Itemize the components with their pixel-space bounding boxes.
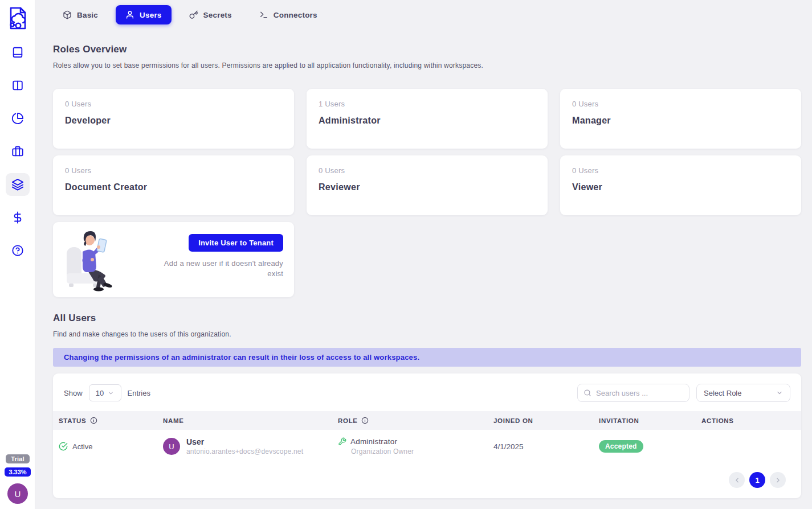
role-name: Document Creator (65, 182, 282, 192)
search-users-box (577, 384, 689, 402)
tab-label: Basic (77, 11, 98, 19)
trial-percent-badge: 3.33% (5, 467, 30, 477)
settings-tabs: Basic Users Secrets Connectors (53, 5, 801, 25)
role-user-count: 0 Users (65, 100, 282, 108)
app-logo-document-icon[interactable] (4, 5, 31, 32)
chevron-right-icon (774, 477, 782, 484)
main-content: Basic Users Secrets Connectors Roles Ove… (35, 0, 812, 498)
tab-connectors[interactable]: Connectors (250, 5, 327, 24)
users-table-card: Show 10 Entries Select Role (53, 373, 801, 498)
actions-cell (696, 430, 801, 463)
table-row[interactable]: Active U User antonio.arantes+docs@devsc… (53, 430, 801, 463)
table-controls: Show 10 Entries Select Role (53, 373, 801, 411)
role-user-count: 1 Users (319, 100, 536, 108)
sidebar-footer: Trial 3.33% U (0, 454, 35, 504)
header-role: ROLE (338, 417, 358, 424)
wrench-icon (338, 437, 346, 446)
user-email: antonio.arantes+docs@devscope.net (186, 448, 303, 455)
sidebar-item-book[interactable] (6, 41, 30, 64)
book-icon (11, 46, 24, 59)
role-name: Developer (65, 116, 282, 126)
package-icon (63, 10, 72, 19)
avatar: U (163, 438, 180, 455)
role-name: Reviewer (319, 182, 536, 192)
role-filter-value: Select Role (704, 389, 741, 397)
pagination: 1 (53, 463, 801, 488)
page-size-value: 10 (96, 389, 104, 397)
invite-user-card: Invite User to Tenant Add a new user if … (53, 222, 294, 297)
header-status: STATUS (59, 417, 87, 424)
sidebar-item-help[interactable] (6, 239, 30, 262)
tab-label: Connectors (274, 11, 317, 19)
header-name: NAME (163, 417, 184, 424)
key-icon (189, 10, 198, 19)
search-users-input[interactable] (596, 389, 683, 397)
entries-label: Entries (128, 389, 150, 397)
help-icon (11, 244, 24, 257)
tab-label: Secrets (203, 11, 232, 19)
layers-icon (11, 178, 24, 191)
role-card-reviewer[interactable]: 0 Users Reviewer (307, 155, 548, 215)
tab-users[interactable]: Users (116, 5, 172, 24)
chevron-left-icon (733, 477, 741, 484)
header-invitation: INVITATION (599, 417, 639, 424)
role-card-manager[interactable]: 0 Users Manager (560, 89, 801, 149)
all-users-description: Find and make changes to the users of th… (53, 330, 801, 338)
header-actions: ACTIONS (701, 417, 734, 424)
terminal-icon (259, 10, 268, 19)
role-card-document-creator[interactable]: 0 Users Document Creator (53, 155, 294, 215)
invite-user-button[interactable]: Invite User to Tenant (189, 234, 283, 252)
all-users-title: All Users (53, 313, 801, 324)
status-text: Active (72, 442, 92, 451)
roles-cards-grid: 0 Users Developer 1 Users Administrator … (53, 89, 801, 297)
role-user-count: 0 Users (572, 100, 789, 108)
table-header-row: STATUS NAME ROLE (53, 411, 801, 430)
columns-icon (11, 79, 24, 92)
pie-chart-icon (11, 112, 24, 125)
role-name: Manager (572, 116, 789, 126)
next-page-button[interactable] (770, 472, 786, 488)
role-name-text: Administrator (350, 437, 397, 446)
role-user-count: 0 Users (319, 166, 536, 175)
page-size-select[interactable]: 10 (89, 384, 121, 401)
admin-warning-banner: Changing the permissions of an administr… (53, 348, 801, 367)
dollar-icon (11, 211, 24, 224)
person-on-armchair-illustration (62, 227, 119, 293)
trial-badge: Trial (6, 454, 30, 463)
role-user-count: 0 Users (572, 166, 789, 175)
sidebar-item-columns[interactable] (6, 74, 30, 97)
tab-secrets[interactable]: Secrets (179, 5, 242, 24)
role-filter-select[interactable]: Select Role (696, 384, 790, 402)
users-table: STATUS NAME ROLE (53, 411, 801, 463)
chevron-down-icon (776, 389, 783, 396)
chevron-down-icon (108, 390, 114, 396)
invitation-status-badge: Accepted (599, 440, 643, 453)
sidebar-item-workspaces[interactable] (6, 140, 30, 163)
role-user-count: 0 Users (65, 166, 282, 175)
prev-page-button[interactable] (729, 472, 745, 488)
user-icon (125, 10, 134, 19)
sidebar-item-tenant-settings[interactable] (6, 173, 30, 196)
user-name: User (186, 437, 303, 446)
role-card-viewer[interactable]: 0 Users Viewer (560, 155, 801, 215)
sidebar-item-reports[interactable] (6, 107, 30, 130)
search-icon (584, 389, 591, 397)
role-name: Viewer (572, 182, 789, 192)
tab-basic[interactable]: Basic (53, 5, 108, 24)
info-icon[interactable] (90, 417, 97, 424)
sidebar: Trial 3.33% U (0, 0, 35, 509)
info-icon[interactable] (361, 417, 369, 424)
header-joined-on: JOINED ON (493, 417, 533, 424)
page-button-1[interactable]: 1 (749, 472, 765, 488)
show-label: Show (64, 389, 83, 397)
sidebar-item-billing[interactable] (6, 206, 30, 229)
briefcase-icon (11, 145, 24, 158)
role-card-administrator[interactable]: 1 Users Administrator (307, 89, 548, 149)
role-subtitle: Organization Owner (351, 448, 482, 455)
check-circle-icon (59, 442, 68, 451)
role-card-developer[interactable]: 0 Users Developer (53, 89, 294, 149)
roles-overview-title: Roles Overview (53, 44, 801, 55)
joined-on-date: 4/1/2025 (493, 442, 524, 451)
user-avatar[interactable]: U (7, 483, 28, 504)
tab-label: Users (140, 11, 162, 19)
